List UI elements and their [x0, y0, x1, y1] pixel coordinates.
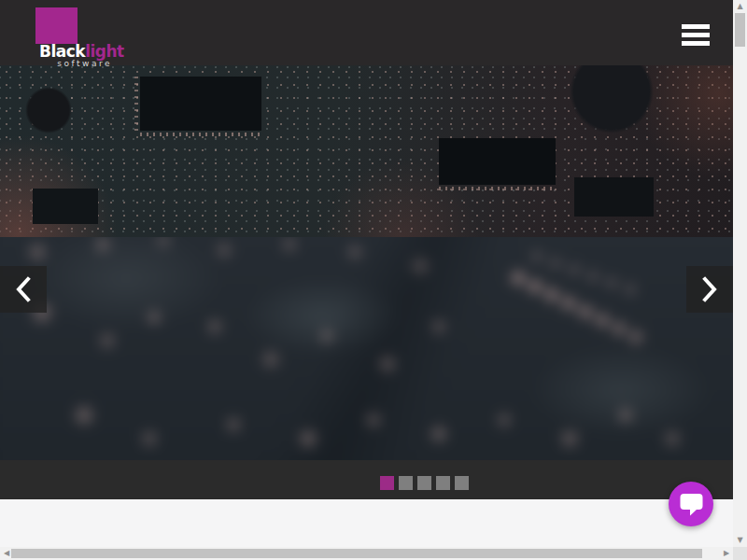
chat-bubble-icon [679, 492, 704, 516]
scroll-down-arrow-icon[interactable]: ▼ [733, 537, 747, 544]
brand-subtitle: software [35, 59, 112, 68]
hamburger-icon-bar [682, 33, 710, 37]
carousel-dot-2[interactable] [399, 476, 413, 490]
carousel-prev-button[interactable] [0, 266, 47, 313]
carousel-dot-3[interactable] [417, 476, 431, 490]
carousel-next-button[interactable] [686, 266, 733, 313]
scroll-up-arrow-icon[interactable]: ▲ [733, 3, 747, 10]
vertical-scrollbar[interactable]: ▲ ▼ [733, 0, 747, 547]
chat-launcher-button[interactable] [669, 482, 713, 526]
hamburger-icon-bar [682, 41, 710, 46]
page-section-below [0, 499, 733, 547]
carousel-pagination-bar [0, 460, 733, 499]
carousel-dot-1[interactable] [380, 476, 394, 490]
horizontal-scrollbar-thumb[interactable] [11, 549, 702, 558]
hero-circuit-image [0, 65, 733, 237]
horizontal-scrollbar[interactable]: ◀ ▶ [0, 547, 733, 560]
hamburger-menu-button[interactable] [682, 24, 710, 46]
brand-logo[interactable]: Blacklight software [35, 7, 110, 67]
brand-name-light: light [85, 42, 124, 61]
carousel-dot-5[interactable] [455, 476, 469, 490]
hamburger-icon-bar [682, 24, 710, 29]
carousel-dots [380, 476, 469, 490]
chevron-left-icon [13, 275, 34, 303]
chevron-right-icon [699, 275, 720, 303]
carousel-dot-4[interactable] [436, 476, 450, 490]
scrollbar-corner [733, 547, 747, 560]
carousel-slide-image [0, 237, 733, 460]
vertical-scrollbar-thumb[interactable] [735, 13, 745, 47]
brand-logo-square [35, 7, 78, 44]
brand-name-black: Black [39, 42, 85, 61]
browser-viewport: Blacklight software ▲ ▼ [0, 0, 747, 560]
site-header: Blacklight software [0, 0, 733, 65]
scroll-right-arrow-icon[interactable]: ▶ [721, 550, 732, 557]
